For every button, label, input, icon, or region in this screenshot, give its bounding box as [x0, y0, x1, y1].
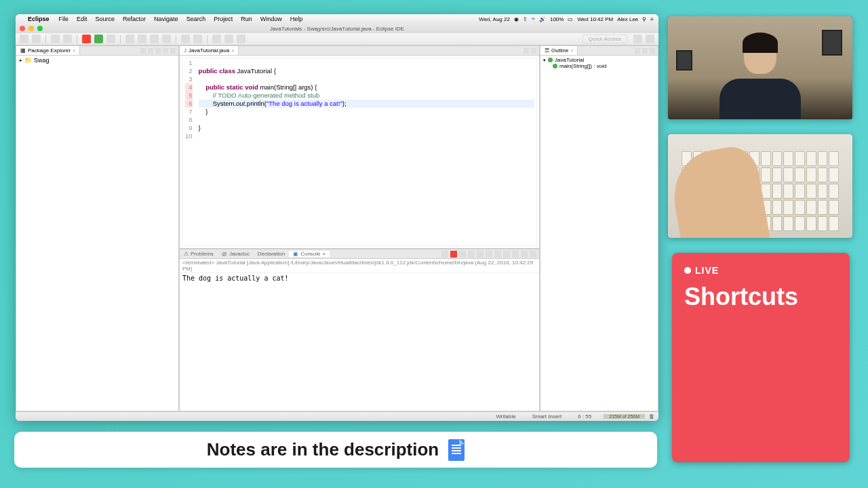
app-name[interactable]: Eclipse — [28, 16, 50, 22]
toolbar-button[interactable] — [20, 35, 28, 43]
quick-access-input[interactable]: Quick Access — [583, 35, 627, 43]
panel-minimize-icon[interactable] — [521, 251, 528, 258]
console-panel: ⚠Problems @Javadoc Declaration ▣Console× — [179, 249, 540, 411]
toolbar-button[interactable] — [51, 35, 60, 43]
expand-arrow-icon[interactable]: ▸ — [20, 58, 22, 63]
console-tab[interactable]: ▣Console× — [289, 251, 330, 257]
panel-control[interactable] — [635, 48, 640, 54]
menu-navigate[interactable]: Navigate — [154, 16, 178, 22]
toolbar-button[interactable] — [162, 35, 171, 43]
panel-minimize-icon[interactable] — [524, 48, 529, 54]
method-icon — [553, 64, 557, 68]
panel-control[interactable] — [148, 48, 153, 54]
toolbar-button[interactable] — [212, 35, 221, 43]
close-tab-icon[interactable]: × — [73, 48, 75, 53]
menu-refactor[interactable]: Refactor — [123, 16, 146, 22]
toolbar-button[interactable] — [138, 35, 146, 43]
panel-control[interactable] — [140, 48, 146, 54]
debug-button[interactable] — [82, 35, 91, 43]
status-bar: Writable Smart Insert 6 : 55 215M of 256… — [16, 411, 658, 421]
problems-tab[interactable]: ⚠Problems — [180, 251, 218, 257]
toolbar-button[interactable] — [193, 35, 202, 43]
live-dot-icon — [684, 267, 691, 274]
close-icon[interactable] — [20, 26, 25, 31]
declaration-tab[interactable]: Declaration — [254, 251, 289, 257]
toolbar-button[interactable] — [106, 35, 115, 43]
project-icon: 📁 — [24, 57, 32, 64]
package-icon: ▦ — [20, 47, 26, 54]
live-badge: LIVE — [684, 265, 837, 276]
close-tab-icon[interactable]: × — [323, 251, 326, 257]
volume-icon[interactable]: 🔊 — [539, 16, 546, 22]
console-subheader: <terminated> JavaTutorial [Java Applicat… — [180, 259, 539, 273]
outline-icon: ☰ — [545, 47, 549, 54]
console-tool[interactable] — [468, 251, 475, 258]
webcam-keyboard — [668, 134, 852, 238]
notes-bar: Notes are in the description — [14, 432, 657, 468]
toolbar-button[interactable] — [150, 35, 159, 43]
console-tool[interactable] — [486, 251, 492, 258]
console-tool[interactable] — [494, 251, 501, 258]
panel-maximize-icon[interactable] — [531, 48, 536, 54]
menu-file[interactable]: File — [59, 16, 69, 22]
javadoc-icon: @ — [222, 251, 227, 257]
menu-icon[interactable]: ≡ — [650, 16, 654, 22]
menu-help[interactable]: Help — [290, 16, 303, 22]
panel-maximize-icon[interactable] — [650, 48, 655, 54]
status-position: 6 : 55 — [578, 413, 591, 420]
console-tool[interactable] — [512, 251, 519, 258]
panel-minimize-icon[interactable] — [642, 48, 648, 54]
battery-label: 100% — [550, 16, 564, 22]
sys-icon: ◉ — [514, 16, 519, 22]
package-explorer-panel: ▦ Package Explorer × ▸ 📁 Swag — [16, 45, 179, 411]
project-item[interactable]: ▸ 📁 Swag — [18, 57, 177, 64]
shortcuts-title: Shortcuts — [684, 283, 837, 311]
console-tool[interactable] — [503, 251, 510, 258]
line-gutter: 12345678910 — [182, 58, 197, 245]
console-tool[interactable] — [459, 251, 466, 258]
package-explorer-tab[interactable]: ▦ Package Explorer × — [16, 46, 80, 55]
wifi-icon[interactable]: ⌔ — [532, 16, 535, 22]
menu-edit[interactable]: Edit — [77, 16, 87, 22]
console-tool[interactable] — [441, 251, 448, 258]
outline-class[interactable]: ▾ JavaTutorial — [542, 57, 656, 63]
outline-method[interactable]: main(String[]) : void — [542, 63, 656, 69]
battery-icon: ▭ — [568, 16, 573, 22]
menu-project[interactable]: Project — [214, 16, 233, 22]
gc-icon[interactable]: 🗑 — [649, 413, 654, 420]
javadoc-tab[interactable]: @Javadoc — [218, 251, 254, 257]
panel-control[interactable] — [155, 48, 161, 54]
minimize-icon[interactable] — [28, 26, 34, 31]
editor-tab[interactable]: J JavaTutorial.java × — [180, 46, 239, 55]
expand-arrow-icon[interactable]: ▾ — [543, 58, 546, 63]
toolbar-button[interactable] — [125, 35, 134, 43]
panel-minimize-icon[interactable] — [163, 48, 168, 54]
notes-text: Notes are in the description — [207, 439, 439, 460]
code-area[interactable]: public class JavaTutorial { public stati… — [197, 58, 536, 245]
perspective-button[interactable] — [633, 35, 642, 43]
user-label[interactable]: Alex Lee — [617, 16, 638, 22]
close-tab-icon[interactable]: × — [570, 48, 573, 53]
console-output[interactable]: The dog is actually a cat! — [180, 273, 539, 411]
panel-maximize-icon[interactable] — [170, 48, 176, 54]
terminate-button[interactable] — [450, 251, 457, 258]
toolbar-button[interactable] — [224, 35, 233, 43]
run-button[interactable] — [94, 35, 103, 43]
outline-tab[interactable]: ☰ Outline × — [540, 46, 578, 55]
console-tool[interactable] — [477, 251, 484, 258]
close-tab-icon[interactable]: × — [231, 48, 234, 53]
menu-search[interactable]: Search — [186, 16, 206, 22]
search-icon[interactable]: ⚲ — [642, 16, 646, 22]
toolbar-button[interactable] — [63, 35, 72, 43]
maximize-icon[interactable] — [37, 26, 43, 31]
toolbar-button[interactable] — [181, 35, 190, 43]
menu-source[interactable]: Source — [96, 16, 115, 22]
menu-run[interactable]: Run — [241, 16, 252, 22]
toolbar-button[interactable] — [237, 35, 245, 43]
menu-window[interactable]: Window — [260, 16, 282, 22]
panel-maximize-icon[interactable] — [530, 251, 536, 258]
perspective-button[interactable] — [646, 35, 654, 43]
code-editor[interactable]: 12345678910 public class JavaTutorial { … — [182, 58, 537, 246]
wall-frame — [822, 30, 842, 56]
toolbar-button[interactable] — [32, 35, 41, 43]
